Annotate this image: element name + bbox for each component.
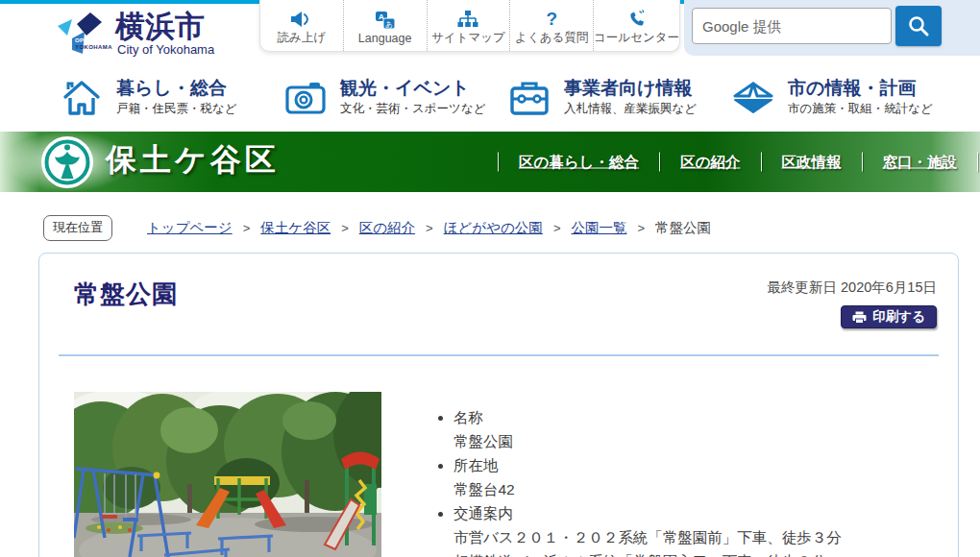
last-updated: 最終更新日 2020年6月15日: [768, 278, 937, 297]
nav-living-general[interactable]: 暮らし・総合 戸籍・住民票・税など: [60, 63, 283, 132]
camera-icon: [283, 76, 328, 120]
detail-label: 所在地: [453, 453, 947, 477]
breadcrumb-label: 現在位置: [43, 215, 112, 241]
detail-label: 交通案内: [453, 501, 947, 525]
detail-value: 常盤台42: [453, 477, 947, 501]
nav-title: 事業者向け情報: [564, 78, 697, 99]
search-button[interactable]: [895, 6, 942, 46]
house-icon: [60, 76, 104, 120]
detail-address: 所在地 常盤台42: [453, 453, 947, 501]
breadcrumb-link-park-list[interactable]: 公園一覧: [571, 219, 626, 237]
ward-name[interactable]: 保土ケ谷区: [106, 139, 280, 182]
park-details-list: 名称 常盤公園 所在地 常盤台42 交通案内 市営バス２０１・２０２系統「常盤園…: [429, 405, 947, 557]
utility-call-center[interactable]: コールセンター: [593, 0, 679, 51]
content-panel: 常盤公園 最終更新日 2020年6月15日 印刷する: [38, 253, 959, 557]
search-icon: [907, 14, 930, 37]
logo-mark-text: OPEN YOKOHAMA: [75, 37, 112, 51]
nav-text: 事業者向け情報 入札情報、産業振興など: [564, 78, 697, 118]
detail-value: 常盤公園: [453, 429, 947, 453]
utility-sitemap[interactable]: サイトマップ: [427, 0, 510, 51]
title-divider: [59, 354, 939, 356]
page-title: 常盤公園: [74, 278, 178, 311]
ward-nav-divider: [977, 153, 978, 172]
city-logo-link[interactable]: OPEN YOKOHAMA 横浜市 City of Yokohama: [56, 10, 214, 58]
ward-link-offices[interactable]: 窓口・施設: [863, 152, 978, 172]
main-nav: 暮らし・総合 戸籍・住民票・税など 観光・イベント 文化・芸術・スポーツなど 事…: [0, 63, 980, 132]
utility-label: コールセンター: [594, 30, 679, 46]
site-search: [684, 0, 980, 56]
utility-label: Language: [358, 32, 412, 45]
breadcrumb-link-parks[interactable]: ほどがやの公園: [444, 219, 543, 237]
ward-link-introduction[interactable]: 区の紹介: [660, 152, 760, 172]
utility-language[interactable]: Aあ Language: [343, 0, 427, 51]
breadcrumb-separator: >: [243, 221, 251, 235]
city-name-en: City of Yokohama: [117, 42, 214, 57]
detail-access: 交通案内 市営バス２０１・２０２系統「常盤園前」下車、徒歩３分 相模鉄道バス浜１…: [453, 501, 947, 557]
sitemap-icon: [457, 9, 478, 29]
nav-subtitle: 入札情報、産業振興など: [564, 101, 697, 117]
detail-value: 市営バス２０１・２０２系統「常盤園前」下車、徒歩３分: [453, 525, 947, 549]
ward-banner: 保土ケ谷区 区の暮らし・総合 区の紹介 区政情報 窓口・施設: [0, 132, 980, 192]
nav-business-info[interactable]: 事業者向け情報 入札情報、産業振興など: [507, 63, 731, 132]
speaker-icon: [290, 9, 313, 29]
detail-value: 相模鉄道バス浜１１系統「常盤園入口」下車、徒歩８分: [453, 549, 947, 557]
nav-city-info-plans[interactable]: 市の情報・計画 市の施策・取組・統計など: [731, 63, 955, 132]
logo-text: 横浜市 City of Yokohama: [115, 10, 214, 57]
ward-emblem-icon[interactable]: [40, 135, 94, 189]
nav-tourism-events[interactable]: 観光・イベント 文化・芸術・スポーツなど: [283, 63, 507, 132]
nav-subtitle: 戸籍・住民票・税など: [116, 101, 237, 117]
svg-text:あ: あ: [385, 20, 393, 29]
utility-label: 読み上げ: [278, 30, 327, 46]
breadcrumb-link-top[interactable]: トップページ: [147, 219, 233, 237]
printer-icon: [852, 311, 867, 324]
ward-link-administration[interactable]: 区政情報: [762, 152, 862, 172]
breadcrumb: 現在位置 トップページ > 保土ケ谷区 > 区の紹介 > ほどがやの公園 > 公…: [43, 215, 711, 241]
print-label: 印刷する: [872, 308, 925, 326]
breadcrumb-link-ward-intro[interactable]: 区の紹介: [359, 219, 415, 237]
utility-read-aloud[interactable]: 読み上げ: [260, 0, 343, 51]
detail-label: 名称: [453, 405, 947, 429]
diamond-icon: [731, 76, 775, 120]
question-icon: ?: [546, 9, 557, 29]
utility-label: サイトマップ: [431, 30, 505, 46]
nav-title: 暮らし・総合: [116, 78, 237, 99]
nav-title: 市の情報・計画: [788, 78, 933, 99]
breadcrumb-separator: >: [553, 221, 561, 235]
nav-text: 市の情報・計画 市の施策・取組・統計など: [788, 78, 933, 118]
nav-subtitle: 市の施策・取組・統計など: [788, 101, 933, 117]
nav-title: 観光・イベント: [340, 78, 485, 99]
breadcrumb-separator: >: [637, 221, 645, 235]
breadcrumb-link-ward[interactable]: 保土ケ谷区: [260, 219, 331, 237]
print-button[interactable]: 印刷する: [841, 305, 937, 328]
breadcrumb-separator: >: [341, 221, 349, 235]
toolbox-icon: [507, 76, 551, 120]
ward-nav: 区の暮らし・総合 区の紹介 区政情報 窓口・施設: [498, 152, 978, 172]
utility-label: よくある質問: [515, 30, 588, 46]
nav-text: 観光・イベント 文化・芸術・スポーツなど: [340, 78, 485, 118]
page: OPEN YOKOHAMA 横浜市 City of Yokohama 読み上げ …: [0, 0, 980, 557]
phone-icon: [627, 9, 647, 29]
breadcrumb-current: 常盤公園: [655, 219, 711, 237]
utility-nav: 読み上げ Aあ Language サイトマップ ? よくある質問: [259, 0, 680, 52]
nav-subtitle: 文化・芸術・スポーツなど: [340, 101, 485, 117]
search-input[interactable]: [692, 8, 892, 44]
utility-faq[interactable]: ? よくある質問: [509, 0, 593, 51]
park-photo: [74, 392, 381, 557]
breadcrumb-separator: >: [426, 221, 433, 235]
nav-text: 暮らし・総合 戸籍・住民票・税など: [116, 78, 237, 118]
open-yokohama-logo-icon: OPEN YOKOHAMA: [56, 10, 108, 58]
detail-name: 名称 常盤公園: [453, 405, 947, 453]
translate-icon: Aあ: [375, 11, 396, 31]
city-name: 横浜市: [115, 10, 214, 42]
ward-link-living[interactable]: 区の暮らし・総合: [499, 152, 659, 172]
